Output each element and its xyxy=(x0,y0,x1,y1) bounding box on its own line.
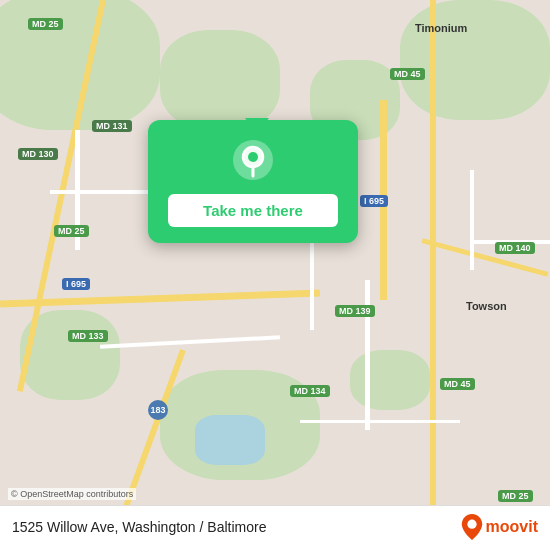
water-area xyxy=(195,415,265,465)
badge-i695-right: I 695 xyxy=(360,195,388,207)
badge-md134: MD 134 xyxy=(290,385,330,397)
address-label: 1525 Willow Ave, Washington / Baltimore xyxy=(12,519,266,535)
map-container: Timonium Towson MD 25 MD 131 MD 130 MD 2… xyxy=(0,0,550,550)
label-timonium: Timonium xyxy=(415,22,467,34)
popup-card: Take me there xyxy=(148,120,358,243)
badge-md139: MD 139 xyxy=(335,305,375,317)
moovit-text: moovit xyxy=(486,518,538,536)
moovit-logo: moovit xyxy=(461,514,538,540)
label-towson: Towson xyxy=(466,300,507,312)
road-md139 xyxy=(365,280,370,430)
badge-md133: MD 133 xyxy=(68,330,108,342)
badge-md25-mid: MD 25 xyxy=(54,225,89,237)
moovit-pin-icon xyxy=(461,514,483,540)
map-pin-icon xyxy=(231,138,275,182)
road-local4 xyxy=(300,420,460,423)
badge-183: 183 xyxy=(148,400,168,420)
road-local5 xyxy=(470,170,474,270)
green-area-se xyxy=(350,350,430,410)
badge-md45-top: MD 45 xyxy=(390,68,425,80)
bottom-bar: 1525 Willow Ave, Washington / Baltimore … xyxy=(0,505,550,550)
road-md45 xyxy=(430,0,436,550)
badge-md130: MD 130 xyxy=(18,148,58,160)
osm-attribution: © OpenStreetMap contributors xyxy=(8,488,136,500)
green-area-e xyxy=(400,0,550,120)
badge-md45-bot: MD 45 xyxy=(440,378,475,390)
svg-point-4 xyxy=(467,520,476,529)
take-me-there-button[interactable]: Take me there xyxy=(168,194,338,227)
badge-i695-left: I 695 xyxy=(62,278,90,290)
green-area-n xyxy=(160,30,280,130)
badge-md25-bot: MD 25 xyxy=(498,490,533,502)
badge-md131: MD 131 xyxy=(92,120,132,132)
popup-pointer xyxy=(245,118,269,134)
svg-point-2 xyxy=(248,152,258,162)
badge-md25-top: MD 25 xyxy=(28,18,63,30)
badge-md140: MD 140 xyxy=(495,242,535,254)
